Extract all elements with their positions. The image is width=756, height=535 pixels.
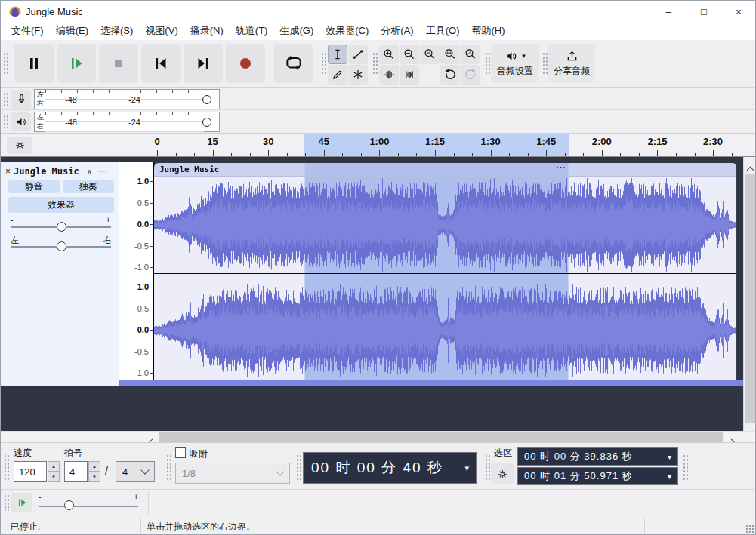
tempo-spin-down-icon[interactable]: ▼ — [48, 472, 60, 482]
selection-toolbar-end-grip[interactable] — [683, 454, 689, 480]
horizontal-scrollbar-thumb[interactable] — [159, 432, 723, 442]
menu-H[interactable]: 帮助(H) — [466, 22, 511, 40]
selection-start-field[interactable]: 00 时 00 分 39.836 秒 ▾ — [517, 447, 678, 466]
menu-A[interactable]: 分析(A) — [375, 22, 419, 40]
track-title[interactable]: Jungle Music — [14, 166, 79, 177]
horizontal-scrollbar[interactable] — [1, 431, 756, 442]
time-signature-lower-select[interactable]: 4 — [116, 461, 155, 482]
zoom-toggle-button[interactable] — [461, 45, 480, 64]
time-signature-spinner[interactable]: ▲ ▼ — [88, 461, 100, 482]
tools-toolbar-grip[interactable] — [321, 52, 327, 75]
menu-E[interactable]: 编辑(E) — [50, 22, 94, 40]
snap-checkbox[interactable] — [175, 447, 186, 458]
clip-menu-button[interactable]: ⋯ — [556, 164, 567, 171]
play-at-speed-grip[interactable] — [4, 494, 10, 511]
close-button[interactable]: × — [721, 1, 756, 22]
time-signature-toolbar-grip[interactable] — [4, 454, 10, 480]
gain-slider-thumb[interactable] — [57, 222, 66, 232]
audio-setup-button[interactable]: ▾ 音频设置 — [491, 44, 539, 82]
transport-toolbar-grip[interactable] — [3, 52, 9, 75]
audio-setup-toolbar-grip[interactable] — [485, 52, 491, 75]
menu-S[interactable]: 选择(S) — [94, 22, 139, 40]
vertical-scrollbar[interactable] — [743, 157, 756, 431]
selection-toolbar-grip[interactable] — [485, 454, 491, 480]
recording-meter[interactable]: 左 右 -48 -24 — [34, 89, 220, 109]
mute-button[interactable]: 静音 — [8, 180, 60, 193]
timeline-tick — [620, 153, 621, 156]
time-signature-upper-input[interactable]: 4 — [64, 461, 88, 482]
audio-position-display[interactable]: 00 时 00 分 40 秒 ▾ — [303, 452, 477, 484]
track-close-button[interactable]: × — [5, 166, 11, 177]
menu-N[interactable]: 播录(N) — [184, 22, 230, 40]
snap-toolbar-grip[interactable] — [166, 454, 172, 480]
envelope-tool-button[interactable] — [348, 45, 368, 64]
edit-toolbar-grip[interactable] — [372, 52, 378, 75]
waveform-clip[interactable] — [154, 163, 737, 380]
menu-V[interactable]: 视图(V) — [139, 22, 184, 40]
skip-to-start-button[interactable] — [141, 44, 181, 83]
play-button[interactable] — [57, 44, 96, 83]
trim-audio-icon — [382, 68, 396, 81]
trim-audio-button[interactable] — [379, 65, 399, 85]
playback-meter-button[interactable] — [11, 112, 31, 131]
time-toolbar-grip[interactable] — [296, 454, 302, 480]
vertical-scale-ruler[interactable]: 1.00.50.0-0.5-1.01.00.50.0-0.5-1.0 — [119, 162, 154, 380]
fit-project-icon — [443, 48, 457, 61]
tempo-input[interactable]: 120 — [14, 461, 47, 482]
menu-O[interactable]: 工具(O) — [420, 22, 466, 40]
menu-T[interactable]: 轨道(T) — [230, 22, 274, 40]
pan-slider-thumb[interactable] — [57, 241, 66, 251]
timesig-spin-down-icon[interactable]: ▼ — [88, 472, 100, 482]
record-button[interactable] — [226, 44, 265, 83]
play-at-speed-button[interactable] — [11, 493, 32, 512]
timesig-spin-up-icon[interactable]: ▲ — [88, 461, 100, 472]
snap-interval-select[interactable]: 1/8 — [175, 463, 290, 484]
pause-icon — [25, 54, 43, 72]
zoom-selection-button[interactable] — [420, 45, 440, 64]
dropdown-arrow-icon: ▾ — [522, 52, 526, 60]
maximize-button[interactable]: □ — [687, 1, 721, 22]
skip-to-end-button[interactable] — [184, 44, 223, 83]
selection-options-button[interactable] — [491, 463, 514, 484]
stop-button[interactable] — [99, 44, 138, 83]
tempo-spinner[interactable]: ▲ ▼ — [48, 461, 60, 482]
dropdown-arrow-icon[interactable]: ▾ — [464, 463, 471, 473]
loop-button[interactable] — [274, 44, 313, 83]
window-resize-grip[interactable] — [745, 524, 754, 533]
draw-tool-button[interactable] — [328, 65, 347, 85]
undo-button[interactable] — [440, 65, 460, 85]
multi-tool-button[interactable] — [348, 65, 368, 85]
effects-button[interactable]: 效果器 — [8, 197, 114, 213]
zoom-out-button[interactable] — [400, 45, 419, 64]
scale-label-ch1: -0.5 — [134, 241, 149, 251]
selection-tool-button[interactable] — [328, 45, 347, 64]
tempo-spin-up-icon[interactable]: ▲ — [48, 461, 60, 472]
pause-button[interactable] — [14, 44, 54, 83]
dropdown-arrow-icon[interactable]: ▾ — [668, 472, 672, 481]
solo-button[interactable]: 独奏 — [63, 180, 114, 193]
timeline-label: 2:00 — [592, 136, 612, 147]
fit-project-button[interactable] — [440, 45, 460, 64]
silence-audio-button[interactable] — [400, 65, 419, 85]
menu-C[interactable]: 效果器(C) — [319, 22, 375, 40]
recording-meter-button[interactable] — [11, 90, 31, 109]
redo-button[interactable] — [461, 65, 480, 85]
vertical-scrollbar-thumb[interactable] — [745, 174, 755, 423]
track-collapse-icon[interactable]: ∧ — [87, 168, 92, 176]
timeline-options-button[interactable] — [7, 137, 32, 154]
dropdown-arrow-icon[interactable]: ▾ — [668, 453, 672, 461]
share-audio-button[interactable]: 分享音频 — [548, 44, 595, 82]
timeline-ruler[interactable]: 01530451:001:151:301:452:002:152:30 — [1, 134, 756, 157]
recording-meter-grip[interactable] — [3, 92, 9, 106]
play-speed-slider-thumb[interactable] — [64, 500, 74, 510]
playback-meter[interactable]: 左 右 -48 -24 — [34, 112, 220, 132]
play-speed-slider-track[interactable] — [39, 506, 138, 507]
menu-G[interactable]: 生成(G) — [273, 22, 319, 40]
share-toolbar-grip[interactable] — [542, 52, 548, 75]
playback-meter-grip[interactable] — [3, 115, 9, 128]
selection-end-field[interactable]: 00 时 01 分 50.971 秒 ▾ — [517, 467, 678, 485]
zoom-in-button[interactable] — [379, 45, 399, 64]
minimize-button[interactable]: – — [651, 1, 686, 22]
track-menu-button[interactable]: ⋯ — [98, 166, 107, 177]
menu-F[interactable]: 文件(F) — [5, 22, 50, 40]
